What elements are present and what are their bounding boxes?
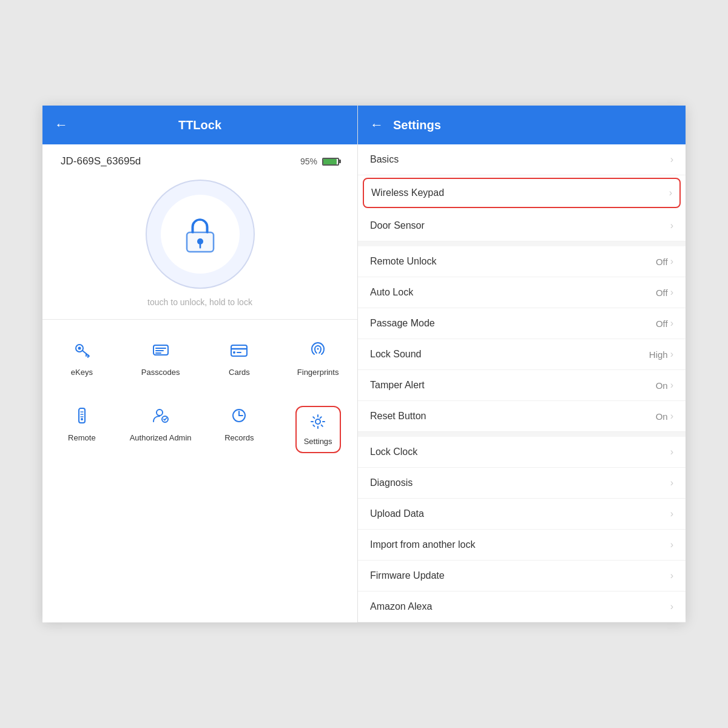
remote-unlock-chevron: › (670, 256, 673, 267)
upload-data-label: Upload Data (370, 508, 424, 519)
svg-point-19 (317, 348, 319, 350)
settings-item-lock-sound[interactable]: Lock Sound High › (358, 339, 686, 370)
records-icon (229, 406, 249, 430)
settings-item-import[interactable]: Import from another lock › (358, 530, 686, 561)
ekeys-icon (72, 340, 92, 364)
icon-grid-row1: eKeys Passcodes Cards (42, 326, 357, 391)
amazon-alexa-label: Amazon Alexa (370, 601, 432, 612)
battery-percentage: 95% (300, 157, 317, 166)
settings-item-auto-lock[interactable]: Auto Lock Off › (358, 277, 686, 308)
device-info: JD-669S_63695d 95% (42, 144, 357, 174)
amazon-alexa-chevron: › (670, 601, 673, 612)
settings-box: Settings (295, 406, 341, 453)
icon-remote[interactable]: Remote (42, 397, 121, 462)
settings-item-tamper-alert[interactable]: Tamper Alert On › (358, 370, 686, 401)
ekeys-label: eKeys (71, 368, 93, 377)
reset-button-right: On › (656, 411, 673, 422)
settings-item-lock-clock[interactable]: Lock Clock › (358, 437, 686, 468)
passage-mode-label: Passage Mode (370, 318, 435, 329)
device-name: JD-669S_63695d (61, 155, 141, 167)
settings-item-passage-mode[interactable]: Passage Mode Off › (358, 308, 686, 339)
settings-item-upload-data[interactable]: Upload Data › (358, 499, 686, 530)
left-panel: ← TTLock JD-669S_63695d 95% (42, 106, 358, 622)
app-container: ← TTLock JD-669S_63695d 95% (42, 106, 686, 622)
auto-lock-chevron: › (670, 287, 673, 298)
settings-item-wireless-keypad[interactable]: Wireless Keypad › (363, 178, 681, 208)
settings-item-diagnosis[interactable]: Diagnosis › (358, 468, 686, 499)
door-sensor-right: › (670, 220, 673, 231)
lock-sound-label: Lock Sound (370, 349, 422, 360)
section-gap-1 (358, 241, 686, 246)
tamper-alert-chevron: › (670, 380, 673, 391)
fingerprints-icon (308, 340, 328, 364)
tamper-alert-right: On › (656, 380, 673, 391)
svg-point-7 (78, 347, 81, 350)
authorized-admin-label: Authorized Admin (130, 433, 192, 442)
import-right: › (670, 539, 673, 550)
settings-icon (309, 413, 326, 434)
icon-ekeys[interactable]: eKeys (42, 332, 121, 385)
remote-unlock-label: Remote Unlock (370, 256, 436, 267)
lock-circle-inner (161, 195, 240, 274)
right-panel: ← Settings Basics › Wireless Keypad › (358, 106, 686, 622)
battery-info: 95% (300, 157, 339, 166)
left-title: TTLock (78, 118, 322, 132)
battery-body (322, 158, 339, 166)
icon-cards[interactable]: Cards (200, 332, 279, 385)
left-back-button[interactable]: ← (55, 117, 68, 133)
svg-rect-18 (237, 352, 241, 353)
right-title: Settings (393, 118, 441, 132)
icon-settings[interactable]: Settings (278, 397, 357, 462)
lock-icon (179, 213, 221, 255)
cards-label: Cards (229, 368, 250, 377)
right-back-button[interactable]: ← (370, 117, 383, 133)
settings-item-door-sensor[interactable]: Door Sensor › (358, 211, 686, 241)
passcodes-icon (151, 340, 170, 364)
door-sensor-chevron: › (670, 220, 673, 231)
amazon-alexa-right: › (670, 601, 673, 612)
settings-label: Settings (304, 437, 332, 446)
basics-chevron: › (670, 154, 673, 165)
lock-icon-area[interactable]: touch to unlock, hold to lock (42, 174, 357, 313)
icon-passcodes[interactable]: Passcodes (121, 332, 200, 385)
settings-item-reset-button[interactable]: Reset Button On › (358, 401, 686, 432)
wireless-keypad-right: › (669, 187, 672, 198)
door-sensor-label: Door Sensor (370, 220, 425, 231)
import-label: Import from another lock (370, 539, 475, 550)
settings-item-amazon-alexa[interactable]: Amazon Alexa › (358, 592, 686, 622)
upload-data-chevron: › (670, 508, 673, 519)
icon-grid-row2: Remote Authorized Admin Records (42, 391, 357, 468)
wireless-keypad-chevron: › (669, 187, 672, 198)
remote-unlock-right: Off › (656, 256, 673, 267)
lock-circle-outer (146, 180, 255, 289)
auto-lock-right: Off › (656, 287, 673, 298)
section-gap-2 (358, 432, 686, 437)
settings-item-basics[interactable]: Basics › (358, 144, 686, 175)
auto-lock-value: Off (656, 288, 668, 298)
wireless-keypad-label: Wireless Keypad (371, 187, 444, 198)
lock-sound-value: High (649, 349, 668, 360)
passage-mode-value: Off (656, 318, 668, 329)
settings-item-firmware-update[interactable]: Firmware Update › (358, 561, 686, 592)
remote-label: Remote (68, 433, 96, 442)
tamper-alert-value: On (656, 380, 668, 391)
battery-bar (321, 158, 339, 166)
lock-clock-right: › (670, 447, 673, 457)
auto-lock-label: Auto Lock (370, 287, 413, 298)
settings-item-remote-unlock[interactable]: Remote Unlock Off › (358, 246, 686, 277)
svg-rect-20 (79, 408, 85, 423)
icon-fingerprints[interactable]: Fingerprints (278, 332, 357, 385)
remote-icon (72, 406, 92, 430)
icon-authorized-admin[interactable]: Authorized Admin (121, 397, 200, 462)
records-label: Records (224, 433, 254, 442)
reset-button-chevron: › (670, 411, 673, 422)
battery-fill (323, 159, 337, 164)
svg-rect-15 (231, 345, 247, 356)
svg-point-30 (315, 419, 320, 424)
icon-records[interactable]: Records (200, 397, 279, 462)
firmware-update-right: › (670, 570, 673, 581)
left-header: ← TTLock (42, 106, 357, 144)
reset-button-value: On (656, 411, 668, 422)
lock-hint: touch to unlock, hold to lock (147, 297, 252, 307)
passcodes-label: Passcodes (141, 368, 180, 377)
